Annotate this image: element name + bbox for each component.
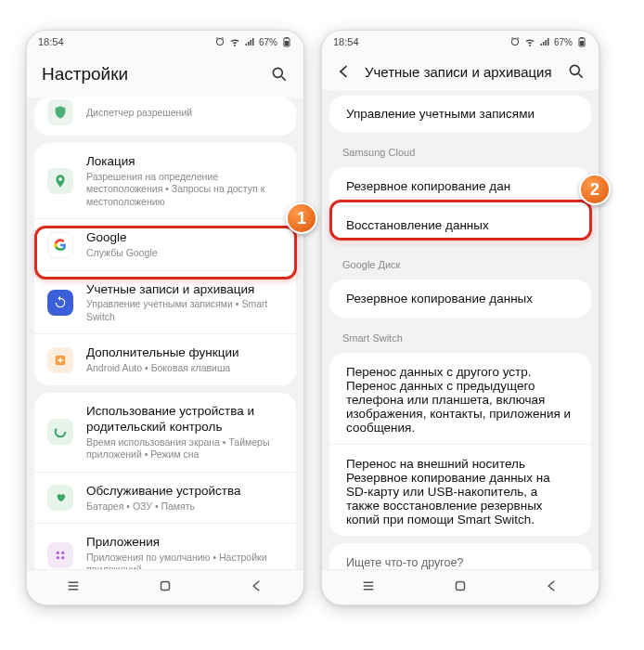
svg-rect-16 xyxy=(161,581,169,590)
location-icon xyxy=(47,168,73,194)
row-transfer-from-device[interactable]: Перенос данных с другого устр. Перенос д… xyxy=(329,353,591,444)
status-bar: 18:54 67% xyxy=(27,31,303,53)
back-icon xyxy=(335,62,354,81)
nav-bar xyxy=(322,569,599,604)
row-drive-backup[interactable]: Резервное копирование данных xyxy=(329,280,591,318)
status-indicators: 67% xyxy=(509,36,587,47)
signal-icon xyxy=(539,36,550,47)
row-accounts-backup[interactable]: Учетные записи и архивацияУправление уче… xyxy=(34,270,296,334)
search-button[interactable] xyxy=(270,65,289,84)
row-permissions[interactable]: Диспетчер разрешений xyxy=(34,98,296,136)
row-device-care[interactable]: Обслуживание устройстваБатарея • ОЗУ • П… xyxy=(34,472,296,523)
row-apps[interactable]: ПриложенияПриложения по умолчанию • Наст… xyxy=(34,523,296,569)
back-button[interactable] xyxy=(335,62,354,81)
nav-back[interactable] xyxy=(544,578,560,598)
svg-rect-22 xyxy=(456,581,464,590)
svg-point-8 xyxy=(61,552,64,554)
row-cloud-restore[interactable]: Восстановление данных xyxy=(329,205,591,244)
section-smart-switch: Smart Switch xyxy=(322,323,599,347)
svg-rect-18 xyxy=(581,37,584,39)
header: Учетные записи и архивация xyxy=(322,53,599,90)
shield-icon xyxy=(47,99,73,125)
other-heading: Ищете что-то другое? xyxy=(346,556,574,569)
svg-point-9 xyxy=(57,556,59,559)
battery-text: 67% xyxy=(554,37,573,47)
svg-line-21 xyxy=(579,74,583,78)
svg-point-3 xyxy=(273,68,282,77)
svg-point-7 xyxy=(57,552,59,554)
search-icon xyxy=(270,65,289,84)
alarm-icon xyxy=(214,36,225,47)
svg-rect-19 xyxy=(580,41,584,46)
wifi-icon xyxy=(229,36,240,47)
accounts-list[interactable]: Управление учетными записями Samsung Clo… xyxy=(322,90,599,569)
search-button[interactable] xyxy=(567,62,586,81)
row-google[interactable]: GoogleСлужбы Google xyxy=(34,218,296,269)
status-bar: 18:54 67% xyxy=(322,31,599,53)
nav-home[interactable] xyxy=(452,578,469,598)
search-icon xyxy=(567,62,586,81)
nav-bar xyxy=(27,569,303,604)
row-digital-wellbeing[interactable]: Использование устройства и родительский … xyxy=(34,393,296,472)
page-title: Настройки xyxy=(42,64,259,84)
svg-point-10 xyxy=(61,556,64,559)
row-cloud-backup[interactable]: Резервное копирование дан xyxy=(329,167,591,205)
phone-accounts-backup: 18:54 67% Учетные записи и архивация Упр… xyxy=(321,30,599,605)
nav-recents[interactable] xyxy=(65,578,82,598)
plus-icon xyxy=(47,347,73,373)
section-samsung-cloud: Samsung Cloud xyxy=(322,137,599,162)
row-manage-accounts[interactable]: Управление учетными записями xyxy=(329,96,591,132)
battery-icon xyxy=(576,36,587,47)
svg-rect-1 xyxy=(286,37,289,39)
nav-recents[interactable] xyxy=(360,578,377,598)
apps-icon xyxy=(47,542,73,568)
header: Настройки xyxy=(27,53,303,98)
settings-list[interactable]: Диспетчер разрешений ЛокацияРазрешения н… xyxy=(27,98,303,569)
sync-icon xyxy=(47,290,73,316)
row-advanced-features[interactable]: Дополнительные функцииAndroid Auto • Бок… xyxy=(34,333,296,384)
phone-settings-main: 18:54 67% Настройки Дис xyxy=(26,30,304,605)
svg-rect-2 xyxy=(285,41,289,46)
battery-icon xyxy=(281,36,292,47)
svg-point-20 xyxy=(570,65,579,74)
nav-back[interactable] xyxy=(249,578,265,598)
alarm-icon xyxy=(509,36,521,47)
wellbeing-icon xyxy=(47,419,73,445)
battery-text: 67% xyxy=(259,37,277,47)
row-transfer-external[interactable]: Перенос на внешний носитель Резервное ко… xyxy=(329,444,591,536)
care-icon xyxy=(47,485,73,511)
signal-icon xyxy=(244,36,255,47)
wifi-icon xyxy=(524,36,535,47)
status-time: 18:54 xyxy=(38,36,64,47)
other-links: Ищете что-то другое? Сброс Samsung Cloud xyxy=(329,543,591,569)
svg-line-4 xyxy=(282,77,286,81)
row-location[interactable]: ЛокацияРазрешения на определение местопо… xyxy=(34,143,296,218)
svg-point-6 xyxy=(56,427,66,437)
status-indicators: 67% xyxy=(214,36,292,47)
page-title: Учетные записи и архивация xyxy=(365,64,556,80)
status-time: 18:54 xyxy=(333,36,359,47)
nav-home[interactable] xyxy=(157,578,174,598)
section-google-drive: Google Диск xyxy=(322,250,599,274)
google-icon xyxy=(47,232,73,258)
badge-2: 2 xyxy=(579,174,611,205)
badge-1: 1 xyxy=(286,202,317,234)
